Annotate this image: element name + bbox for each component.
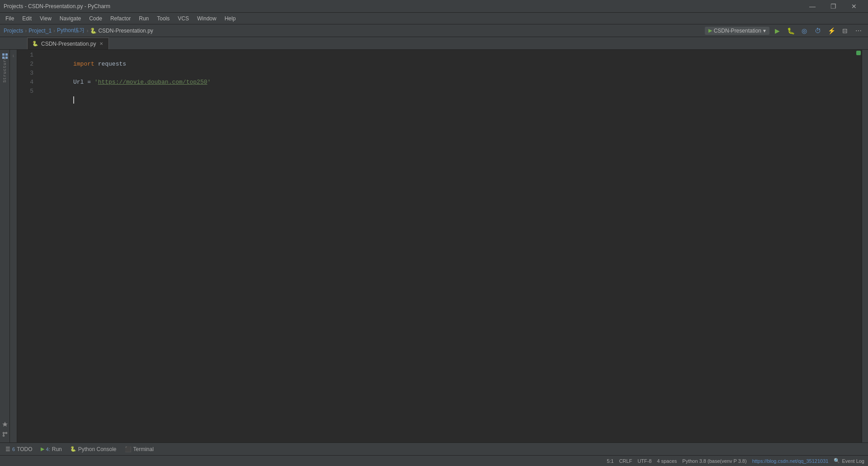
code-check-mark — [856, 51, 861, 55]
indent[interactable]: 4 spaces — [657, 458, 677, 464]
editor-pane: 1 2 3 4 5 import requests Url = 'https:/… — [17, 50, 868, 442]
line-num-5: 5 — [17, 87, 33, 96]
line-num-1: 1 — [17, 51, 33, 60]
svg-point-6 — [5, 433, 7, 434]
code-line-3: Url = 'https://movie.douban.com/top250' — [36, 69, 853, 78]
window-title: Projects - CSDN-Presentation.py - PyChar… — [4, 3, 110, 10]
minimize-button[interactable]: — — [802, 0, 823, 13]
breadcrumb-file: CSDN-Presentation.py — [98, 28, 153, 34]
run-config-dropdown-icon: ▾ — [763, 28, 766, 34]
line-indicators: 1 — [10, 50, 17, 442]
menu-vcs[interactable]: VCS — [174, 14, 193, 23]
line-numbers: 1 2 3 4 5 — [17, 50, 36, 442]
debug-button[interactable]: 🐛 — [785, 26, 797, 36]
breadcrumb-file-icon: 🐍 — [90, 28, 97, 34]
event-log-label: Event Log — [842, 458, 864, 464]
breadcrumb-projects[interactable]: Projects — [4, 28, 23, 34]
encoding[interactable]: UTF-8 — [637, 458, 651, 464]
python-console-icon: 🐍 — [70, 446, 76, 452]
menu-view[interactable]: View — [36, 14, 55, 23]
line-num-2: 2 — [17, 60, 33, 69]
string-url: ' — [94, 79, 98, 86]
code-line-1: import requests — [36, 51, 853, 60]
svg-point-5 — [3, 433, 4, 434]
tab-csdn-presentation[interactable]: 🐍 CSDN-Presentation.py ✕ — [27, 38, 109, 49]
run-number: 4: — [46, 447, 50, 452]
python-console-label: Python Console — [78, 446, 117, 452]
menu-bar: File Edit View Navigate Code Refactor Ru… — [0, 13, 868, 24]
breadcrumb-toolbar: Projects › Project_1 › Python练习 › 🐍 CSDN… — [0, 24, 868, 37]
status-right: 5:1 CRLF UTF-8 4 spaces Python 3.8 (base… — [607, 458, 864, 464]
status-bar: 5:1 CRLF UTF-8 4 spaces Python 3.8 (base… — [0, 455, 868, 466]
code-content[interactable]: import requests Url = 'https://movie.dou… — [36, 50, 853, 442]
terminal-icon: ⬛ — [125, 446, 132, 452]
url-link[interactable]: https://movie.douban.com/top250 — [98, 79, 208, 86]
menu-file[interactable]: File — [2, 14, 18, 23]
svg-rect-1 — [5, 53, 8, 56]
line-ending[interactable]: CRLF — [619, 458, 632, 464]
toolbar-right: ▶ CSDN-Presentation ▾ ▶ 🐛 ◎ ⏱ ⚡ ⊟ ⋯ — [705, 26, 864, 36]
breadcrumb-python[interactable]: Python练习 — [57, 27, 85, 34]
run-icon-bottom: ▶ — [41, 446, 44, 452]
url-display[interactable]: https://blog.csdn.net/qq_35121031 — [752, 458, 829, 464]
string-close-quote: ' — [207, 79, 211, 86]
terminal-label: Terminal — [133, 446, 154, 452]
python-version[interactable]: Python 3.8 (base(venv P 3.8) — [682, 458, 746, 464]
breadcrumb: Projects › Project_1 › Python练习 › 🐍 CSDN… — [4, 27, 153, 34]
concurrency-button[interactable]: ⚡ — [826, 26, 837, 36]
activity-structure-group: Structure — [0, 65, 9, 74]
activity-favorites-icon[interactable] — [0, 420, 9, 429]
keyword-import: import — [73, 61, 94, 67]
scrollbar-track[interactable] — [862, 50, 868, 442]
menu-code[interactable]: Code — [85, 14, 106, 23]
window-controls: — ❐ ✕ — [802, 0, 864, 13]
run-config-selector[interactable]: ▶ CSDN-Presentation ▾ — [705, 27, 769, 35]
tab-file-icon: 🐍 — [32, 41, 38, 47]
code-line-2 — [36, 60, 853, 69]
menu-help[interactable]: Help — [221, 14, 240, 23]
line-num-3: 3 — [17, 69, 33, 78]
svg-marker-4 — [2, 422, 8, 427]
assign-op: = — [84, 79, 94, 86]
run-button[interactable]: ▶ — [771, 26, 783, 36]
terminal-button[interactable]: ⬛ Terminal — [121, 445, 157, 453]
activity-git-icon[interactable] — [0, 430, 9, 439]
title-bar: Projects - CSDN-Presentation.py - PyChar… — [0, 0, 868, 13]
run-config-icon: ▶ — [708, 28, 712, 33]
run-button-bottom[interactable]: ▶ 4: Run — [37, 445, 66, 453]
event-log[interactable]: 🔍 Event Log — [834, 458, 864, 464]
split-button[interactable]: ⊟ — [839, 26, 851, 36]
menu-navigate[interactable]: Navigate — [56, 14, 85, 23]
breadcrumb-sep-3: › — [86, 28, 88, 34]
maximize-button[interactable]: ❐ — [823, 0, 844, 13]
tab-label: CSDN-Presentation.py — [41, 41, 96, 47]
search-icon: 🔍 — [834, 458, 840, 464]
menu-run[interactable]: Run — [135, 14, 152, 23]
tab-close-button[interactable]: ✕ — [99, 41, 104, 47]
breadcrumb-sep-1: › — [25, 28, 27, 34]
svg-point-7 — [3, 435, 4, 437]
profile-button[interactable]: ⏱ — [812, 26, 824, 36]
close-button[interactable]: ✕ — [844, 0, 864, 13]
var-url: Url — [73, 79, 84, 86]
svg-rect-0 — [2, 53, 5, 56]
indicator-1: 1 — [12, 52, 14, 61]
breadcrumb-project1[interactable]: Project_1 — [28, 28, 52, 34]
python-console-button[interactable]: 🐍 Python Console — [66, 445, 120, 453]
menu-window[interactable]: Window — [193, 14, 220, 23]
menu-edit[interactable]: Edit — [19, 14, 35, 23]
todo-button[interactable]: ☰ 6 TODO — [2, 445, 36, 453]
more-button[interactable]: ⋯ — [853, 26, 864, 36]
menu-refactor[interactable]: Refactor — [107, 14, 134, 23]
url-display-text: https://blog.csdn.net/qq_35121031 — [752, 458, 829, 464]
activity-bar: Structure — [0, 50, 10, 442]
bottom-toolbar: ☰ 6 TODO ▶ 4: Run 🐍 Python Console ⬛ Ter… — [0, 442, 868, 455]
cursor-position[interactable]: 5:1 — [607, 458, 613, 464]
menu-tools[interactable]: Tools — [153, 14, 173, 23]
todo-label: TODO — [17, 446, 32, 452]
structure-label[interactable]: Structure — [3, 57, 7, 83]
run-label-bottom: Run — [52, 446, 62, 452]
run-with-coverage-button[interactable]: ◎ — [798, 26, 810, 36]
run-config-label: CSDN-Presentation — [714, 28, 761, 34]
code-line-5 — [36, 87, 853, 96]
